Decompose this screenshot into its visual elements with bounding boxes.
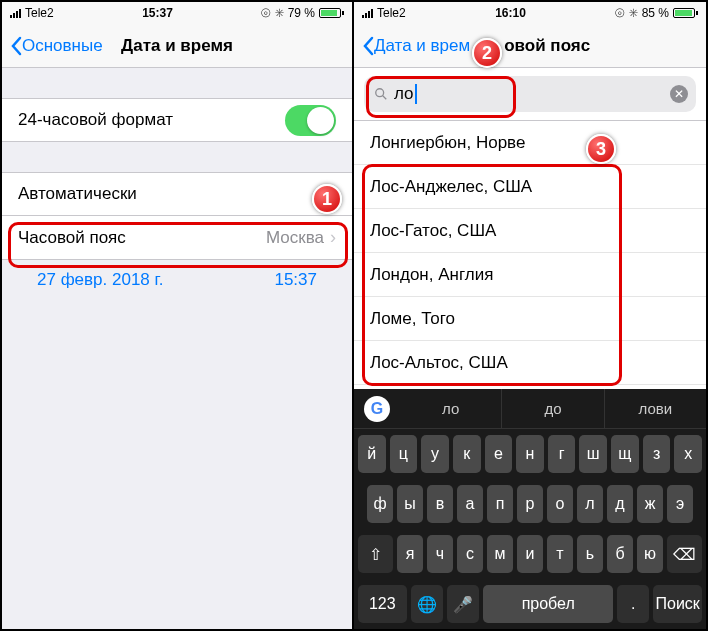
key-letter[interactable]: х — [674, 435, 702, 473]
key-letter[interactable]: ю — [637, 535, 663, 573]
key-letter[interactable]: д — [607, 485, 633, 523]
search-result-item[interactable]: Ломе, Того — [354, 297, 706, 341]
key-letter[interactable]: ф — [367, 485, 393, 523]
chevron-left-icon — [10, 36, 22, 56]
status-bar: Tele2 15:37 ⦾ ✳ 79 % — [2, 2, 352, 24]
key-letter[interactable]: ь — [577, 535, 603, 573]
date-value: 27 февр. 2018 г. — [37, 270, 163, 290]
signal-icon — [362, 8, 373, 18]
key-letter[interactable]: у — [421, 435, 449, 473]
suggestion[interactable]: лови — [604, 389, 706, 428]
datetime-display: 27 февр. 2018 г. 15:37 — [2, 260, 352, 290]
chevron-right-icon: › — [330, 227, 336, 248]
search-input[interactable]: ло ✕ — [364, 76, 696, 112]
key-letter[interactable]: б — [607, 535, 633, 573]
search-result-item[interactable]: Лондон, Англия — [354, 253, 706, 297]
search-text: ло — [394, 84, 414, 104]
search-result-item[interactable]: Лонгиербюн, Норве — [354, 121, 706, 165]
key-letter[interactable]: я — [397, 535, 423, 573]
nav-title: Дата и время — [121, 36, 233, 56]
carrier-label: Tele2 — [377, 6, 406, 20]
search-bar: ло ✕ — [354, 68, 706, 121]
key-mic[interactable]: 🎤 — [447, 585, 479, 623]
key-letter[interactable]: р — [517, 485, 543, 523]
back-button[interactable]: Дата и врем — [354, 36, 470, 56]
timezone-row[interactable]: Часовой пояс Москва › — [2, 216, 352, 260]
key-letter[interactable]: э — [667, 485, 693, 523]
annotation-1: 1 — [312, 184, 342, 214]
key-letter[interactable]: ч — [427, 535, 453, 573]
nav-title: овой пояс — [504, 36, 590, 56]
suggestion-row: G лодолови — [354, 389, 706, 429]
signal-icon — [10, 8, 21, 18]
toggle-row-24h: 24-часовой формат — [2, 98, 352, 142]
battery-icon — [673, 8, 698, 18]
key-letter[interactable]: т — [547, 535, 573, 573]
key-letter[interactable]: з — [643, 435, 671, 473]
search-result-item[interactable]: Лос-Гатос, США — [354, 209, 706, 253]
battery-percent: 79 % — [288, 6, 315, 20]
key-space[interactable]: пробел — [483, 585, 613, 623]
key-letter[interactable]: л — [577, 485, 603, 523]
key-letter[interactable]: щ — [611, 435, 639, 473]
google-icon[interactable]: G — [364, 396, 390, 422]
annotation-2: 2 — [472, 38, 502, 68]
key-globe[interactable]: 🌐 — [411, 585, 443, 623]
key-letter[interactable]: в — [427, 485, 453, 523]
key-letter[interactable]: й — [358, 435, 386, 473]
svg-line-1 — [383, 96, 387, 100]
toggle-label: 24-часовой формат — [18, 110, 173, 130]
back-button[interactable]: Основные — [2, 36, 103, 56]
key-letter[interactable]: н — [516, 435, 544, 473]
key-dot[interactable]: . — [617, 585, 649, 623]
key-letter[interactable]: к — [453, 435, 481, 473]
key-letter[interactable]: ц — [390, 435, 418, 473]
search-result-item[interactable]: Лос-Анджелес, США — [354, 165, 706, 209]
auto-label: Автоматически — [18, 184, 137, 204]
status-time: 15:37 — [142, 6, 173, 20]
key-letter[interactable]: ж — [637, 485, 663, 523]
key-letter[interactable]: а — [457, 485, 483, 523]
clear-button[interactable]: ✕ — [670, 85, 688, 103]
search-result-item[interactable]: Лос-Альтос, США — [354, 341, 706, 385]
key-shift[interactable]: ⇧ — [358, 535, 393, 573]
key-letter[interactable]: е — [485, 435, 513, 473]
key-backspace[interactable]: ⌫ — [667, 535, 702, 573]
nav-bar: Основные Дата и время — [2, 24, 352, 68]
search-results: Лонгиербюн, НорвеЛос-Анджелес, СШАЛос-Га… — [354, 121, 706, 385]
chevron-left-icon — [362, 36, 374, 56]
keyboard: G лодолови йцукенгшщзх фывапролджэ ⇧ячсм… — [354, 389, 706, 629]
suggestion[interactable]: ло — [400, 389, 501, 428]
status-bar: Tele2 16:10 ⦾ ✳ 85 % — [354, 2, 706, 24]
search-icon — [374, 87, 388, 101]
time-value: 15:37 — [274, 270, 317, 290]
status-time: 16:10 — [495, 6, 526, 20]
key-letter[interactable]: г — [548, 435, 576, 473]
toggle-24h[interactable] — [285, 105, 336, 136]
key-letter[interactable]: о — [547, 485, 573, 523]
key-return[interactable]: Поиск — [653, 585, 702, 623]
suggestion[interactable]: до — [501, 389, 603, 428]
battery-icon — [319, 8, 344, 18]
timezone-value: Москва — [266, 228, 324, 248]
key-numbers[interactable]: 123 — [358, 585, 407, 623]
carrier-label: Tele2 — [25, 6, 54, 20]
key-letter[interactable]: п — [487, 485, 513, 523]
key-letter[interactable]: с — [457, 535, 483, 573]
key-letter[interactable]: ш — [579, 435, 607, 473]
bluetooth-icon: ⦾ ✳ — [615, 6, 637, 20]
key-letter[interactable]: и — [517, 535, 543, 573]
back-label: Основные — [22, 36, 103, 56]
timezone-label: Часовой пояс — [18, 228, 126, 248]
svg-point-0 — [376, 89, 384, 97]
key-letter[interactable]: м — [487, 535, 513, 573]
annotation-3: 3 — [586, 134, 616, 164]
key-letter[interactable]: ы — [397, 485, 423, 523]
back-label: Дата и врем — [374, 36, 470, 56]
battery-percent: 85 % — [642, 6, 669, 20]
nav-bar: Дата и врем овой пояс — [354, 24, 706, 68]
auto-row[interactable]: Автоматически — [2, 172, 352, 216]
text-cursor — [415, 84, 417, 104]
bluetooth-icon: ⦾ ✳ — [261, 6, 283, 20]
